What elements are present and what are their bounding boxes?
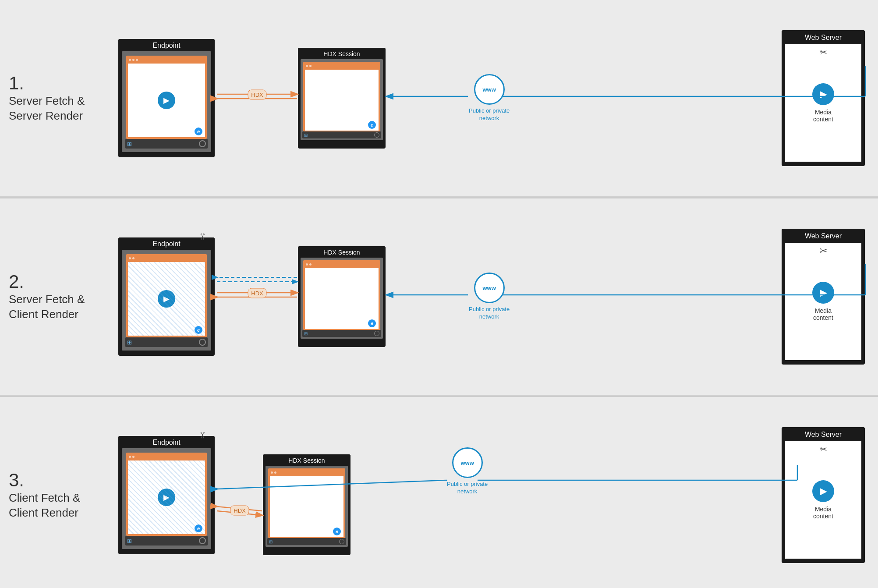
scissors-icon-2: ✂ [819,245,827,256]
section-1-number: 1. [9,73,105,94]
taskbar-1: ⊞ [125,139,208,149]
hdx-box-3: HDX Session e ⊞ [263,454,350,555]
scissors-ep-2: ✂ [197,233,208,241]
webserver-title-2: Web Server [782,229,865,243]
svg-rect-0 [248,90,266,99]
globe-circle-1: www [474,74,505,105]
section-1-title: Server Fetch &Server Render [9,94,85,122]
hdx3-ie-icon: e [333,528,341,535]
server-media-label-2: Mediacontent [813,307,833,321]
endpoint-win-body-2: ▶ e [128,262,205,336]
webserver-body-1: ✂ ▶ Mediacontent [785,44,861,162]
network-label-1: Public or privatenetwork [469,107,510,122]
hdx-box-1: HDX Session e ⊞ [298,48,386,149]
scissors-icon-3: ✂ [819,444,827,455]
section-2-label: 2. Server Fetch &Client Render [9,271,105,322]
taskbar-circle-1 [199,140,206,147]
hdx2-win-titlebar-2 [304,261,379,267]
server-media-label-1: Mediacontent [813,109,833,123]
webserver-box-3: Web Server ✂ ▶ Mediacontent [782,427,865,563]
hdx3-win-titlebar-3 [269,469,344,475]
svg-text:HDX: HDX [251,290,263,297]
hdx-ie-icon-1: e [368,121,376,129]
globe-label-www-2: www [482,285,496,291]
hdx3-dot-1 [271,471,273,474]
media-player-icon-3: ▶ [158,489,175,506]
hdx2-ie-icon: e [368,319,376,327]
hdx-win-titlebar-1 [304,63,379,69]
win-icon-2: ⊞ [127,339,132,346]
hdx-title-3: HDX Session [263,454,350,466]
endpoint-window-body-1: ▶ e [128,64,205,137]
endpoint-win-body-3: ▶ e [128,460,205,534]
win-dot-2 [132,59,135,61]
section-3: 3. Client Fetch &Client Render Endpoint … [0,397,878,588]
svg-text:HDX: HDX [251,92,263,98]
scissors-ep-3: ✂ [197,432,208,439]
endpoint-screen-3: ▶ e ⊞ [122,448,211,549]
hdx-title-2: HDX Session [298,246,386,258]
win-icon-1: ⊞ [127,141,132,147]
www-globe-1: www Public or privatenetwork [469,74,510,122]
hdx-dot-2 [309,65,312,67]
globe-label-www-1: www [482,86,496,93]
hdx-taskbar-icon-1: ⊞ [304,133,308,138]
scissors-icon-1: ✂ [819,47,827,58]
hdx-box-2: HDX Session e ⊞ [298,246,386,347]
webserver-body-3: ✂ ▶ Mediacontent [785,441,861,559]
endpoint-window-titlebar-1 [127,57,206,63]
hdx-inner-window-1: e [303,62,380,131]
webserver-body-2: ✂ ▶ Mediacontent [785,243,861,360]
section-3-title: Client Fetch &Client Render [9,491,80,519]
webserver-box-1: Web Server ✂ ▶ Mediacontent [782,30,865,166]
network-label-3: Public or privatenetwork [447,481,488,496]
www-globe-2: www Public or privatenetwork [469,273,510,321]
endpoint-box-1: Endpoint ▶ e ⊞ [118,39,215,157]
hdx-screen-1: e ⊞ [301,59,383,140]
media-player-icon-1: ▶ [158,92,175,109]
hdx3-taskbar-icon: ⊞ [269,539,273,544]
www-globe-3: www Public or privatenetwork [447,447,488,496]
network-label-2: Public or privatenetwork [469,306,510,321]
hdx-inner-body-1: e [305,70,379,131]
ep2-dot-1 [129,257,131,259]
endpoint-inner-window-1: ▶ e [126,56,207,139]
hdx-taskbar-circle-1 [374,132,379,138]
taskbar-circle-2 [199,339,206,346]
webserver-title-1: Web Server [782,30,865,44]
globe-circle-2: www [474,273,505,303]
ie-icon-2: e [195,326,202,334]
section-2-title: Server Fetch &Client Render [9,293,85,321]
hdx-inner-body-2: e [305,268,379,329]
endpoint-win-titlebar-3 [127,453,206,460]
webserver-box-2: Web Server ✂ ▶ Mediacontent [782,229,865,365]
ep3-dot-1 [129,456,131,458]
endpoint-box-2: Endpoint ▶ e ⊞ [118,237,215,356]
hdx-screen-2: e ⊞ [301,258,383,339]
hdx2-dot-2 [309,263,312,266]
hdx2-taskbar-icon: ⊞ [304,331,308,336]
globe-label-www-3: www [460,460,474,466]
section-3-label: 3. Client Fetch &Client Render [9,470,105,521]
server-media-label-3: Mediacontent [813,506,833,520]
ep2-dot-2 [132,257,135,259]
win-icon-3: ⊞ [127,538,132,544]
ie-icon-1: e [195,128,202,135]
taskbar-2: ⊞ [125,337,208,347]
endpoint-win-titlebar-2 [127,255,206,261]
hdx-inner-window-2: e [303,260,380,330]
section-1-label: 1. Server Fetch &Server Render [9,73,105,124]
endpoint-title-1: Endpoint [118,39,215,51]
endpoint-box-3: Endpoint ▶ e ⊞ [118,436,215,554]
section-2-number: 2. [9,271,105,292]
hdx-inner-window-3: e [268,468,345,538]
globe-circle-3: www [452,447,483,478]
arrow-ep-to-hdx-3 [217,511,262,515]
win-dot-3 [136,59,138,61]
ep3-dot-2 [132,456,135,458]
svg-text:HDX: HDX [234,507,246,514]
endpoint-inner-window-3: ▶ e [126,453,207,536]
taskbar-circle-3 [199,537,206,544]
endpoint-inner-window-2: ▶ e [126,254,207,337]
section-2: 2. Server Fetch &Client Render Endpoint … [0,198,878,396]
